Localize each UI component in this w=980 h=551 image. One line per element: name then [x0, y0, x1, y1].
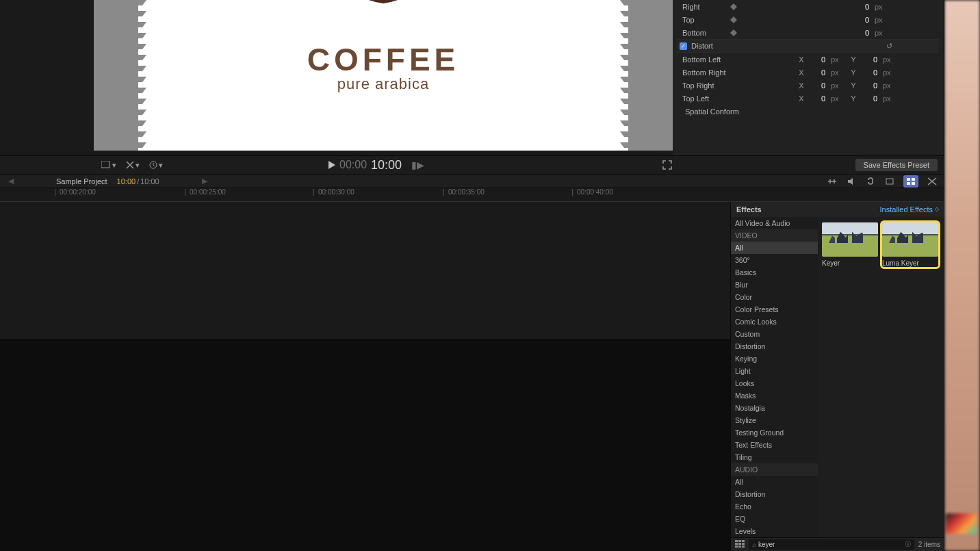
fx-category-echo[interactable]: Echo	[731, 500, 818, 513]
effects-search-input[interactable]	[758, 541, 905, 548]
view-options-icon[interactable]: ▾	[101, 161, 116, 170]
fx-category-color-presets[interactable]: Color Presets	[731, 303, 818, 316]
effects-title: Effects	[736, 205, 762, 214]
solo-icon[interactable]	[865, 177, 876, 186]
svg-rect-5	[907, 182, 910, 185]
play-icon[interactable]	[328, 161, 335, 169]
app-window: COFFEE pure arabica Right 0px Top 0px Bo…	[0, 0, 944, 551]
fx-category-color[interactable]: Color	[731, 291, 818, 303]
fx-category-all[interactable]: All	[731, 242, 818, 254]
project-name: Sample Project	[56, 177, 107, 185]
clear-search-icon[interactable]: ⓧ	[905, 540, 911, 549]
svg-rect-14	[738, 546, 741, 548]
fx-category-distortion[interactable]: Distortion	[731, 488, 818, 500]
svg-rect-15	[742, 546, 745, 548]
ruler-tick: 00:00:40:00	[572, 188, 613, 196]
installed-effects-dropdown[interactable]: Installed Effects◇	[880, 205, 939, 214]
svg-rect-3	[907, 178, 910, 181]
fx-category-keying[interactable]: Keying	[731, 353, 818, 365]
prev-edit-icon[interactable]: ◀	[0, 177, 22, 185]
effects-browser: Effects Installed Effects◇ All Video & A…	[730, 202, 944, 551]
project-bar: ◀ Sample Project 10:00 / 10:00 ▶	[0, 174, 944, 189]
distort-bottom-left-row[interactable]: Bottom Left X0px Y0px	[677, 53, 939, 66]
step-forward-icon[interactable]: ▮▶	[411, 159, 424, 170]
next-edit-icon[interactable]: ▶	[194, 177, 216, 185]
effects-thumbnails: KeyerLuma Keyer	[818, 217, 944, 537]
crop-top-row[interactable]: Top 0px	[677, 13, 939, 26]
search-icon: ⌕	[752, 541, 756, 548]
skimming-icon[interactable]	[827, 177, 838, 186]
fullscreen-icon[interactable]	[662, 160, 672, 170]
save-effects-preset-button[interactable]: Save Effects Preset	[855, 159, 938, 171]
tools-icon[interactable]: ▾	[126, 161, 140, 170]
reset-icon[interactable]: ↺	[886, 42, 892, 51]
ruler-tick: 00:00:35:00	[443, 188, 485, 196]
svg-rect-12	[742, 543, 745, 545]
svg-rect-9	[742, 540, 745, 542]
crop-bottom-row[interactable]: Bottom 0px	[677, 26, 939, 39]
ruler-tick: 00:00:20:00	[55, 188, 96, 196]
fx-category-masks[interactable]: Masks	[731, 389, 818, 402]
effects-count: 2 items	[918, 541, 940, 548]
distort-top-left-row[interactable]: Top Left X0px Y0px	[677, 92, 939, 105]
fx-category-basics[interactable]: Basics	[731, 266, 818, 279]
distort-section-header[interactable]: ✓ Distort ↺	[677, 39, 939, 53]
fx-category-all[interactable]: All	[731, 476, 818, 488]
fx-category-distortion[interactable]: Distortion	[731, 340, 818, 353]
audio-skimming-icon[interactable]	[846, 177, 857, 186]
fx-category-all-video-audio[interactable]: All Video & Audio	[731, 217, 818, 229]
transport-bar: ▾ ▾ ▾ 00:00 10:00 ▮▶ Save Effects Preset	[0, 155, 944, 173]
thumbnail-view-icon[interactable]	[735, 540, 745, 548]
svg-rect-11	[738, 543, 741, 545]
ruler-tick: 00:00:30:00	[313, 188, 354, 196]
effects-search[interactable]: ⌕ ⓧ	[749, 539, 914, 550]
keyframe-icon[interactable]	[730, 29, 737, 36]
viewer[interactable]: COFFEE pure arabica	[94, 0, 673, 151]
fx-thumb-keyer[interactable]: Keyer	[822, 222, 878, 267]
fx-category-stylize[interactable]: Stylize	[731, 414, 818, 426]
fx-category-blur[interactable]: Blur	[731, 279, 818, 291]
fx-category-looks[interactable]: Looks	[731, 377, 818, 389]
current-timecode[interactable]: 10:00	[117, 177, 136, 185]
svg-rect-7	[735, 540, 738, 542]
total-time: 10:00	[371, 158, 402, 172]
logo-subtitle: pure arabica	[142, 75, 624, 93]
fx-category-video: VIDEO	[731, 229, 818, 242]
fx-category-audio: AUDIO	[731, 463, 818, 476]
total-duration: 10:00	[140, 177, 159, 185]
svg-rect-6	[912, 182, 915, 185]
fx-category-eq[interactable]: EQ	[731, 513, 818, 525]
keyframe-icon[interactable]	[730, 3, 737, 10]
timeline-ruler[interactable]: 00:00:20:0000:00:25:0000:00:30:0000:00:3…	[0, 188, 944, 202]
spatial-conform-row[interactable]: Spatial Conform	[677, 105, 939, 118]
retime-icon[interactable]: ▾	[149, 161, 163, 170]
distort-top-right-row[interactable]: Top Right X0px Y0px	[677, 79, 939, 92]
transitions-browser-icon[interactable]	[927, 177, 938, 186]
svg-rect-4	[912, 178, 915, 181]
ruler-tick: 00:00:25:00	[185, 188, 226, 196]
elapsed-time: 00:00	[339, 159, 367, 171]
fx-category-custom[interactable]: Custom	[731, 328, 818, 340]
fx-thumb-luma-keyer[interactable]: Luma Keyer	[882, 222, 938, 267]
viewer-canvas: COFFEE pure arabica	[142, 0, 624, 151]
snapping-icon[interactable]	[884, 177, 895, 186]
timeline[interactable]	[0, 202, 730, 551]
svg-rect-10	[735, 543, 738, 545]
keyframe-icon[interactable]	[730, 16, 737, 23]
distort-bottom-right-row[interactable]: Bottom Right X0px Y0px	[677, 66, 939, 79]
fx-category-comic-looks[interactable]: Comic Looks	[731, 316, 818, 328]
svg-rect-13	[735, 546, 738, 548]
effects-browser-icon[interactable]	[903, 175, 918, 188]
fx-category-text-effects[interactable]: Text Effects	[731, 439, 818, 451]
fx-category-testing-ground[interactable]: Testing Ground	[731, 426, 818, 439]
logo-title: COFFEE	[142, 41, 624, 78]
distort-checkbox[interactable]: ✓	[680, 42, 687, 50]
fx-category-nostalgia[interactable]: Nostalgia	[731, 402, 818, 414]
fx-category-tiling[interactable]: Tiling	[731, 451, 818, 463]
effects-categories: All Video & AudioVIDEOAll360°BasicsBlurC…	[731, 217, 818, 537]
fx-category-360-[interactable]: 360°	[731, 254, 818, 266]
crop-right-row[interactable]: Right 0px	[677, 0, 939, 13]
background-photo	[944, 0, 980, 551]
fx-category-light[interactable]: Light	[731, 365, 818, 377]
fx-category-levels[interactable]: Levels	[731, 525, 818, 537]
